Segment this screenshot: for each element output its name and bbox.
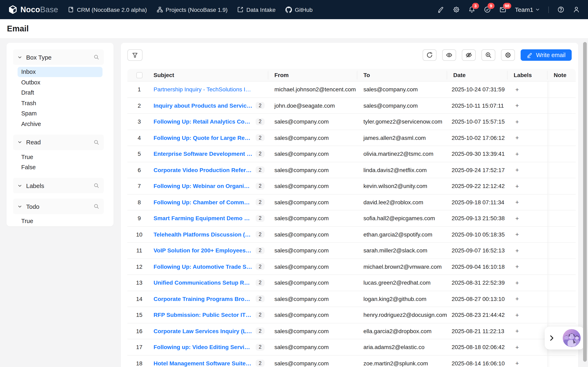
sidebar-item-archive[interactable]: Archive <box>17 119 103 129</box>
sidebar-item-draft[interactable]: Draft <box>17 88 103 98</box>
email-date: 2025-08-31 22:52:39 <box>447 280 507 286</box>
sidebar-item-outbox[interactable]: Outbox <box>17 77 103 87</box>
refresh-button[interactable] <box>423 49 437 61</box>
sidebar-item-inbox[interactable]: Inbox <box>17 67 103 77</box>
column-header-date[interactable]: Date <box>447 69 507 81</box>
column-header-subject[interactable]: Subject <box>151 69 268 81</box>
zoom-search-icon-button[interactable] <box>481 49 495 61</box>
sidebar-item-spam[interactable]: Spam <box>17 108 103 119</box>
nav-item-data-intake[interactable]: Data Intake <box>237 6 276 13</box>
sidebar-item-true[interactable]: True <box>17 216 103 226</box>
team-avatar[interactable] <box>563 329 581 347</box>
email-subject-link[interactable]: Corporate Law Services Inquiry (Le... <box>154 328 252 334</box>
add-label-button[interactable]: + <box>515 312 519 318</box>
row-number: 15 <box>136 312 142 318</box>
sidebar-item-false[interactable]: False <box>17 162 103 173</box>
sidebar-section-header-box-type[interactable]: Box Type <box>13 49 104 65</box>
add-label-button[interactable]: + <box>515 150 519 157</box>
email-subject-link[interactable]: Following up: Video Editing Service... <box>154 344 252 350</box>
highlighter-icon[interactable] <box>437 6 444 13</box>
bell-count-badge: 3 <box>472 3 479 9</box>
search-icon[interactable] <box>94 183 99 188</box>
email-subject-link[interactable]: Corporate Video Production Referra... <box>154 167 252 173</box>
column-header-from[interactable]: From <box>268 69 357 81</box>
team-selector[interactable]: Team1 <box>515 6 540 13</box>
nav-item-crm[interactable]: CRM (NocoBase 2.0 alpha) <box>68 6 147 13</box>
gear-icon[interactable] <box>453 6 460 13</box>
email-subject-link[interactable]: RFP Submission: Public Sector IT S... <box>154 312 252 318</box>
email-subject-link[interactable]: Following Up: Webinar on Organic F... <box>154 183 252 189</box>
write-email-button[interactable]: Write email <box>521 49 572 61</box>
search-icon[interactable] <box>94 139 99 145</box>
filter-button[interactable] <box>127 49 143 61</box>
bell-icon[interactable]: 3 <box>468 6 475 13</box>
email-date: 2025-09-24 17:52:17 <box>447 167 507 173</box>
file-icon <box>68 7 74 13</box>
email-subject-link[interactable]: Following Up: Retail Analytics Confe... <box>154 118 252 125</box>
add-label-button[interactable]: + <box>515 86 519 93</box>
add-label-button[interactable]: + <box>515 134 519 141</box>
email-subject-link[interactable]: Following Up: Quote for Large Resid... <box>154 134 252 141</box>
mail-count-badge: 98 <box>503 3 511 9</box>
sidebar-section-header-todo[interactable]: Todo <box>13 199 104 214</box>
email-subject-link[interactable]: VoIP Solution for 200+ Employees (... <box>154 247 252 254</box>
page-scrollbar[interactable] <box>583 42 587 362</box>
add-label-button[interactable]: + <box>515 167 519 174</box>
select-all-checkbox[interactable] <box>136 72 142 78</box>
sidebar-section-header-labels[interactable]: Labels <box>13 178 104 193</box>
nav-item-projects[interactable]: Projects (NocoBase 1.9) <box>156 6 227 13</box>
email-subject-link[interactable]: Telehealth Platforms Discussion (H... <box>154 231 252 238</box>
email-date: 2025-09-30 13:39:41 <box>447 151 507 157</box>
email-subject-link[interactable]: Enterprise Software Development I... <box>154 151 252 157</box>
content-area: Box Type Inbox Outbox Draft Trash Spam A… <box>0 39 588 367</box>
email-date: 2025-09-04 16:10:18 <box>447 263 507 270</box>
email-subject-link[interactable]: Unified Communications Setup Refe... <box>154 280 252 286</box>
add-label-button[interactable]: + <box>515 247 519 254</box>
add-label-button[interactable]: + <box>515 360 519 367</box>
add-label-button[interactable]: + <box>515 102 519 109</box>
column-header-to[interactable]: To <box>357 69 447 81</box>
email-subject-link[interactable]: Corporate Training Programs Broch... <box>154 296 252 302</box>
mail-icon[interactable]: 98 <box>499 6 506 13</box>
sitemap-icon <box>156 7 163 13</box>
email-subject-link[interactable]: Partnership Inquiry - TechSolutions Inte… <box>154 86 252 93</box>
email-subject-link[interactable]: Following Up: Automotive Trade Sh... <box>154 263 252 270</box>
user-icon[interactable] <box>573 6 580 13</box>
add-label-button[interactable]: + <box>515 231 519 238</box>
email-subject-link[interactable]: Following Up: Chamber of Commerc... <box>154 199 252 206</box>
thread-count-badge: 2 <box>256 150 265 157</box>
eye-icon-button[interactable] <box>442 49 456 61</box>
search-icon[interactable] <box>94 203 99 209</box>
nav-item-github[interactable]: GitHub <box>285 6 312 13</box>
email-subject-link[interactable]: Hotel Management Software Suite I... <box>154 360 252 367</box>
chevron-right-icon[interactable] <box>548 335 555 341</box>
search-icon[interactable] <box>94 54 99 60</box>
table-row: 12 Following Up: Automotive Trade Sh... … <box>127 259 576 275</box>
email-to: zoe.martin2@splunk.com <box>357 360 447 367</box>
add-label-button[interactable]: + <box>515 199 519 206</box>
add-label-button[interactable]: + <box>515 183 519 190</box>
nocobase-logo[interactable]: NocoBase <box>8 5 58 14</box>
add-label-button[interactable]: + <box>515 118 519 125</box>
table-row: 8 Following Up: Chamber of Commerc... 2 … <box>127 194 576 210</box>
help-icon[interactable] <box>557 6 564 13</box>
add-label-button[interactable]: + <box>515 215 519 222</box>
email-date: 2025-08-18 02:06:42 <box>447 344 507 350</box>
add-label-button[interactable]: + <box>515 328 519 334</box>
add-label-button[interactable]: + <box>515 344 519 351</box>
email-subject-link[interactable]: Inquiry about Products and Service... <box>154 102 252 109</box>
sidebar-item-true[interactable]: True <box>17 152 103 162</box>
check-circle-icon[interactable]: 9 <box>484 6 491 13</box>
sidebar-item-trash[interactable]: Trash <box>17 98 103 108</box>
row-number: 13 <box>136 280 142 286</box>
email-subject-link[interactable]: Smart Farming Equipment Demo Re... <box>154 215 252 222</box>
add-label-button[interactable]: + <box>515 279 519 286</box>
add-label-button[interactable]: + <box>515 295 519 302</box>
sidebar-section-header-read[interactable]: Read <box>13 134 104 150</box>
column-header-labels[interactable]: Labels <box>507 69 547 81</box>
add-label-button[interactable]: + <box>515 263 519 270</box>
table-row: 3 Following Up: Retail Analytics Confe..… <box>127 114 576 130</box>
column-header-note[interactable]: Note <box>547 69 576 81</box>
settings-gear-icon-button[interactable] <box>501 49 515 61</box>
eye-invisible-icon-button[interactable] <box>462 49 476 61</box>
